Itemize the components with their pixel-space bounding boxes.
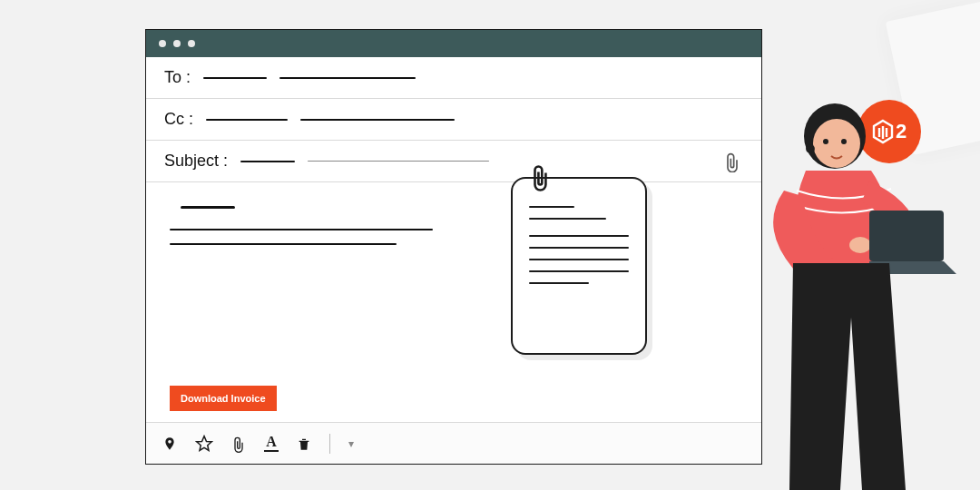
svg-point-2 [813, 119, 860, 168]
pin-icon[interactable] [162, 435, 177, 453]
attachment-icon[interactable] [723, 151, 741, 172]
compose-window: To : Cc : Subject : [145, 29, 762, 465]
email-body[interactable]: Download Invoice A ▾ [146, 182, 761, 464]
attachment-icon[interactable] [231, 435, 246, 453]
traffic-light-dot[interactable] [159, 40, 166, 47]
person-illustration [753, 100, 962, 490]
window-titlebar [146, 30, 761, 57]
to-row[interactable]: To : [146, 57, 761, 99]
toolbar-separator [329, 434, 330, 454]
to-label: To : [164, 68, 191, 87]
cc-label: Cc : [164, 110, 193, 129]
subject-row[interactable]: Subject : [146, 141, 761, 182]
subject-label: Subject : [164, 152, 228, 171]
attached-document[interactable] [511, 177, 647, 355]
svg-rect-8 [869, 211, 944, 261]
svg-point-3 [823, 139, 828, 144]
chevron-down-icon[interactable]: ▾ [348, 437, 354, 450]
editor-toolbar: A ▾ [146, 422, 761, 464]
traffic-light-dot[interactable] [188, 40, 195, 47]
traffic-light-dot[interactable] [173, 40, 181, 47]
svg-point-4 [841, 139, 847, 144]
paperclip-icon [529, 162, 553, 193]
svg-point-6 [849, 237, 871, 253]
font-icon[interactable]: A [264, 435, 279, 452]
trash-icon[interactable] [297, 436, 311, 452]
star-icon[interactable] [195, 435, 213, 453]
download-invoice-button[interactable]: Download Invoice [170, 386, 277, 411]
cc-row[interactable]: Cc : [146, 99, 761, 141]
svg-marker-0 [197, 436, 212, 450]
